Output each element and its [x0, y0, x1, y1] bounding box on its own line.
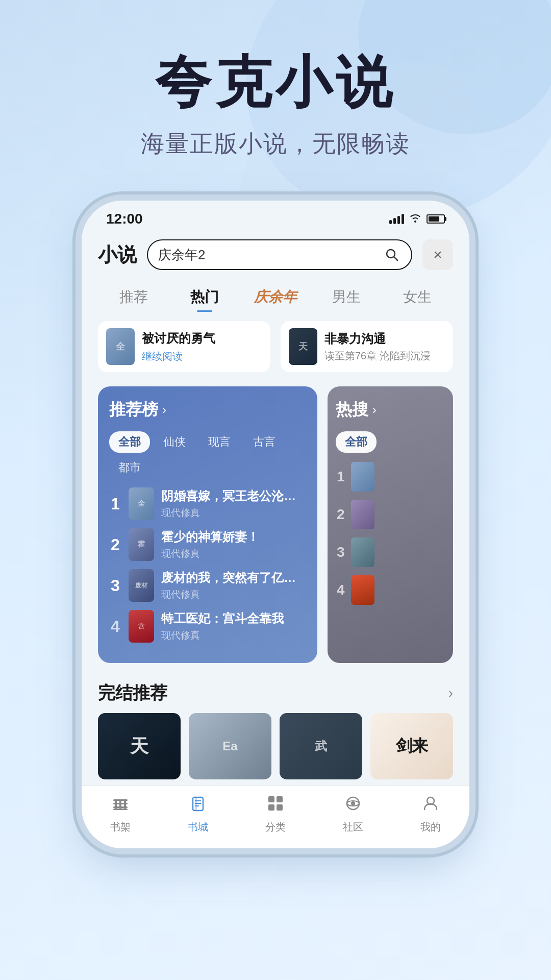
rank-item-4[interactable]: 4 宫 特工医妃：宫斗全靠我 现代修真	[109, 610, 306, 643]
rank-cover-3: 废材	[129, 569, 154, 602]
category-icon	[266, 794, 285, 817]
nav-profile[interactable]: 我的	[392, 794, 469, 834]
nav-shelf[interactable]: 书架	[82, 794, 159, 834]
svg-rect-17	[268, 796, 274, 802]
svg-rect-10	[119, 799, 121, 808]
bottom-nav: 书架 书城	[82, 786, 469, 848]
hero-title: 夸克小说	[41, 51, 510, 113]
hot-item-1[interactable]: 1	[336, 462, 445, 492]
filter-dushi[interactable]: 都市	[109, 457, 150, 478]
hot-cover-3	[351, 537, 374, 567]
nav-category-label: 分类	[265, 820, 286, 834]
reading-card-2[interactable]: 天 非暴力沟通 读至第76章 沦陷到沉浸	[281, 321, 453, 372]
tab-recommend[interactable]: 推荐	[98, 282, 169, 312]
filter-xianxia[interactable]: 仙侠	[154, 431, 195, 453]
hot-item-3[interactable]: 3	[336, 537, 445, 567]
filter-all[interactable]: 全部	[109, 431, 150, 453]
search-icon[interactable]	[383, 246, 401, 264]
completed-book-4-text: 剑来	[396, 735, 428, 757]
hot-search-title: 热搜	[336, 399, 368, 421]
tab-male[interactable]: 男生	[311, 282, 382, 312]
rank-number-3: 3	[109, 576, 121, 595]
hot-filter-all[interactable]: 全部	[336, 431, 377, 453]
status-icons	[389, 212, 445, 226]
wifi-icon	[409, 212, 421, 226]
tab-hot[interactable]: 热门	[169, 282, 240, 312]
phone-frame: 12:00 小说	[82, 201, 469, 848]
ranking-filters: 全部 仙侠 现言 古言 都市	[109, 431, 306, 478]
status-bar: 12:00	[82, 201, 469, 232]
app-header: 小说 庆余年2 ×	[82, 232, 469, 277]
close-button[interactable]: ×	[422, 239, 453, 270]
rank-title-2: 霍少的神算娇妻！	[161, 529, 306, 545]
hot-item-4[interactable]: 4	[336, 575, 445, 605]
filter-guyan[interactable]: 古言	[244, 431, 285, 453]
shelf-icon	[111, 794, 130, 817]
hot-filters: 全部	[336, 431, 445, 453]
rank-title-3: 废材的我，突然有了亿万年	[161, 570, 306, 586]
search-text: 庆余年2	[158, 246, 378, 264]
nav-profile-label: 我的	[420, 820, 441, 834]
svg-rect-9	[115, 799, 117, 808]
bookstore-icon	[189, 794, 207, 817]
completed-book-4[interactable]: 剑来	[370, 713, 453, 779]
svg-rect-19	[268, 804, 274, 811]
svg-point-22	[351, 801, 355, 805]
hot-number-2: 2	[336, 506, 346, 523]
rank-cover-2: 霍	[129, 528, 154, 561]
rank-genre-3: 现代修真	[161, 588, 306, 601]
book-title-2: 非暴力沟通	[324, 331, 445, 347]
rank-cover-4: 宫	[129, 610, 154, 643]
completed-arrow[interactable]: ›	[448, 685, 453, 701]
filter-xiandai[interactable]: 现言	[199, 431, 240, 453]
hot-cover-4	[351, 575, 374, 605]
reading-card-1[interactable]: 全 被讨厌的勇气 继续阅读	[98, 321, 270, 372]
completed-book-3[interactable]: 武	[280, 713, 362, 779]
nav-category[interactable]: 分类	[237, 794, 314, 834]
ranking-title: 推荐榜	[109, 399, 158, 421]
rank-title-4: 特工医妃：宫斗全靠我	[161, 610, 306, 627]
status-time: 12:00	[106, 211, 143, 227]
profile-icon	[421, 794, 440, 817]
nav-shelf-label: 书架	[110, 820, 131, 834]
rank-cover-1: 全	[129, 487, 154, 520]
tab-female[interactable]: 女生	[382, 282, 453, 312]
completed-section: 完结推荐 › 天 Ea 武 剑来	[82, 671, 469, 786]
main-content: 推荐榜 › 全部 仙侠 现言 古言 都市 1 全 阴婚喜嫁，冥王老公沦陷了	[82, 378, 469, 671]
app-logo: 小说	[98, 242, 137, 268]
nav-bookstore[interactable]: 书城	[159, 794, 237, 834]
book-cover-2: 天	[289, 328, 317, 365]
ranking-arrow[interactable]: ›	[162, 403, 166, 417]
hero-subtitle: 海量正版小说，无限畅读	[41, 128, 510, 160]
completed-book-2[interactable]: Ea	[189, 713, 271, 779]
rank-genre-4: 现代修真	[161, 629, 306, 642]
hot-search-arrow[interactable]: ›	[372, 403, 377, 417]
rank-genre-2: 现代修真	[161, 547, 306, 560]
rank-genre-1: 现代修真	[161, 506, 306, 520]
nav-community[interactable]: 社区	[314, 794, 392, 834]
rank-number-1: 1	[109, 495, 121, 513]
battery-icon	[427, 214, 445, 224]
tab-special[interactable]: 庆余年	[240, 282, 311, 312]
signal-icon	[389, 214, 404, 224]
hot-cover-1	[351, 462, 374, 492]
tab-bar: 推荐 热门 庆余年 男生 女生	[82, 277, 469, 315]
svg-rect-18	[277, 796, 283, 802]
book-progress-1: 继续阅读	[142, 350, 262, 363]
rank-item-3[interactable]: 3 废材 废材的我，突然有了亿万年 现代修真	[109, 569, 306, 602]
hot-item-2[interactable]: 2	[336, 500, 445, 529]
completed-book-1[interactable]: 天	[98, 713, 181, 779]
svg-rect-8	[113, 808, 128, 810]
rank-item-2[interactable]: 2 霍 霍少的神算娇妻！ 现代修真	[109, 528, 306, 561]
book-cover-1: 全	[106, 328, 135, 365]
rank-number-2: 2	[109, 535, 121, 554]
rank-item-1[interactable]: 1 全 阴婚喜嫁，冥王老公沦陷了 现代修真	[109, 487, 306, 520]
book-title-1: 被讨厌的勇气	[142, 330, 262, 347]
search-bar[interactable]: 庆余年2	[147, 239, 412, 270]
nav-community-label: 社区	[343, 820, 363, 834]
reading-section: 全 被讨厌的勇气 继续阅读 天 非暴力沟通 读至第76章 沦陷到沉浸	[82, 315, 469, 378]
hot-number-1: 1	[336, 469, 346, 485]
phone-mockup: 12:00 小说	[0, 201, 551, 848]
hot-number-3: 3	[336, 544, 346, 560]
completed-title: 完结推荐	[98, 681, 167, 705]
